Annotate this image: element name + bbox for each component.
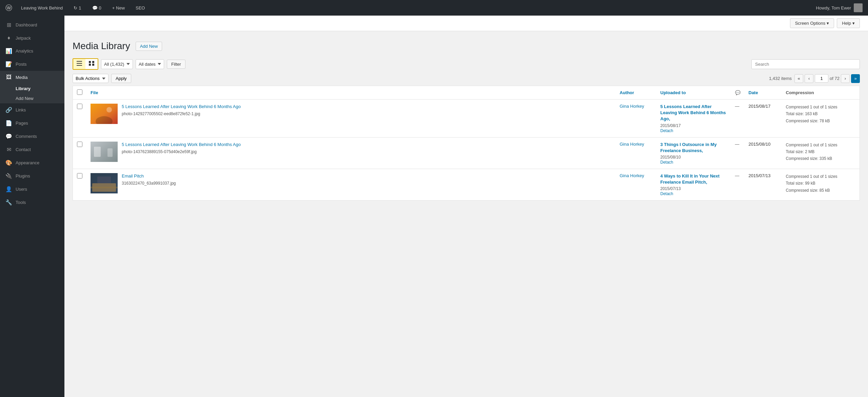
svg-point-8: [106, 107, 112, 112]
svg-rect-4: [92, 61, 94, 63]
row2-detach-link[interactable]: Detach: [660, 160, 673, 165]
row3-uploaded-to-link[interactable]: 4 Ways to Kill It in Your Next Freelance…: [660, 173, 727, 185]
sidebar-item-appearance[interactable]: 🎨 Appearance: [0, 156, 64, 169]
row2-checkbox[interactable]: [77, 142, 82, 147]
sidebar-item-pages[interactable]: 📄 Pages: [0, 117, 64, 130]
compression-column-header: Compression: [782, 86, 860, 100]
row2-comment-dash: —: [735, 142, 739, 147]
media-submenu: Library Add New: [0, 84, 64, 103]
svg-rect-5: [89, 64, 91, 66]
row1-file-title[interactable]: 5 Lessons Learned After Leaving Work Beh…: [122, 104, 241, 110]
row2-file-title[interactable]: 5 Lessons Learned After Leaving Work Beh…: [122, 142, 241, 148]
search-input[interactable]: [751, 59, 860, 69]
row1-thumbnail[interactable]: [91, 104, 118, 124]
table-row: 5 Lessons Learned After Leaving Work Beh…: [73, 100, 860, 138]
row3-author-link[interactable]: Gina Horkey: [620, 173, 644, 178]
bulk-left: Bulk Actions Apply: [73, 74, 131, 83]
uploaded-to-column-header[interactable]: Uploaded to: [656, 86, 731, 100]
media-table: File Author Uploaded to 💬 Date Compressi…: [73, 86, 860, 201]
row3-comment-dash: —: [735, 173, 739, 178]
row1-comp-line2: Total size: 163 kB: [786, 111, 818, 116]
last-page-button[interactable]: »: [851, 74, 860, 83]
list-view-button[interactable]: [73, 59, 85, 69]
row2-comp-line1: Compressed 1 out of 1 sizes: [786, 143, 837, 147]
row1-uploaded-to-link[interactable]: 5 Lessons Learned After Leaving Work Beh…: [660, 104, 727, 122]
row1-checkbox[interactable]: [77, 104, 82, 109]
chevron-down-icon: ▾: [827, 21, 829, 26]
row3-comp-line1: Compressed 1 out of 1 sizes: [786, 174, 837, 179]
help-button[interactable]: Help ▾: [837, 18, 860, 28]
apply-button[interactable]: Apply: [111, 74, 131, 83]
date-column-header[interactable]: Date: [745, 86, 782, 100]
row2-file-name: photo-1437623889155-075d40e2e59f.jpg: [122, 149, 197, 154]
grid-view-button[interactable]: [85, 59, 98, 69]
submenu-add-new[interactable]: Add New: [0, 93, 64, 103]
next-page-button[interactable]: ›: [841, 74, 850, 83]
author-column-header[interactable]: Author: [616, 86, 656, 100]
row2-author-link[interactable]: Gina Horkey: [620, 142, 644, 147]
row3-thumbnail[interactable]: [91, 173, 118, 193]
row1-compression-cell: Compressed 1 out of 1 sizes Total size: …: [782, 100, 860, 138]
sidebar-item-links[interactable]: 🔗 Links: [0, 103, 64, 117]
row1-file-name: photo-1429277005502-eed8e872fe52-1.jpg: [122, 111, 200, 116]
sidebar-item-jetpack[interactable]: ♦ Jetpack: [0, 32, 64, 44]
sidebar-item-dashboard[interactable]: ⊞ Dashboard: [0, 18, 64, 32]
comment-bubble-icon: 💬: [92, 5, 98, 11]
sidebar-item-contact[interactable]: ✉ Contact: [0, 143, 64, 156]
row1-comp-line3: Compressed size: 78 kB: [786, 119, 830, 123]
plugins-icon: 🔌: [5, 173, 12, 179]
wp-logo[interactable]: ⓦ: [5, 3, 12, 13]
add-new-button[interactable]: Add New: [136, 42, 162, 51]
sidebar-item-analytics[interactable]: 📊 Analytics: [0, 44, 64, 58]
row3-file-title[interactable]: Email Pitch: [122, 173, 176, 179]
row2-comment-cell: —: [731, 137, 745, 169]
first-page-button[interactable]: «: [794, 74, 803, 83]
all-items-filter[interactable]: All (1,432): [101, 59, 133, 69]
screen-options-button[interactable]: Screen Options ▾: [790, 18, 834, 28]
row1-detach-link[interactable]: Detach: [660, 128, 673, 133]
page-wrap: Media Library Add New: [64, 31, 868, 207]
row1-file-cell: 5 Lessons Learned After Leaving Work Beh…: [86, 100, 616, 138]
filter-button[interactable]: Filter: [167, 60, 185, 69]
sidebar-item-comments[interactable]: 💬 Comments: [0, 130, 64, 143]
all-dates-filter[interactable]: All dates: [136, 59, 164, 69]
adminbar-sync[interactable]: ↻ 1: [72, 0, 83, 16]
adminbar-seo[interactable]: SEO: [134, 0, 147, 16]
submenu-library[interactable]: Library: [0, 84, 64, 93]
row1-author-link[interactable]: Gina Horkey: [620, 104, 644, 109]
page-number-input[interactable]: [815, 74, 828, 83]
adminbar-new[interactable]: + New: [110, 0, 127, 16]
adminbar-comments[interactable]: 💬 0: [90, 0, 103, 16]
adminbar-site-name[interactable]: Leaving Work Behind: [19, 0, 65, 16]
sidebar-item-posts[interactable]: 📝 Posts: [0, 58, 64, 71]
items-count: 1,432 items: [769, 76, 792, 81]
main-content: Screen Options ▾ Help ▾ Media Library Ad…: [64, 16, 868, 397]
tools-icon: 🔧: [5, 199, 12, 206]
screen-options-bar: Screen Options ▾ Help ▾: [64, 16, 868, 31]
row3-checkbox[interactable]: [77, 173, 82, 179]
row2-thumbnail[interactable]: [91, 142, 118, 162]
page-title: Media Library: [73, 41, 130, 51]
row2-uploaded-to-link[interactable]: 3 Things I Outsource in My Freelance Bus…: [660, 142, 727, 154]
analytics-icon: 📊: [5, 48, 12, 54]
sidebar-item-tools[interactable]: 🔧 Tools: [0, 196, 64, 209]
row2-file-cell: 5 Lessons Learned After Leaving Work Beh…: [86, 137, 616, 169]
row1-uploaded-date: 2015/08/17: [660, 123, 681, 128]
row3-file-name: 3163022470_63a9991037.jpg: [122, 181, 176, 186]
bulk-actions-bar: Bulk Actions Apply 1,432 items « ‹ of 72…: [73, 74, 860, 83]
sidebar-item-plugins[interactable]: 🔌 Plugins: [0, 169, 64, 183]
prev-page-button[interactable]: ‹: [805, 74, 813, 83]
row3-uploaded-date: 2015/07/13: [660, 186, 681, 191]
avatar[interactable]: [854, 3, 863, 12]
chevron-down-icon-help: ▾: [852, 21, 855, 26]
select-all-checkbox[interactable]: [77, 89, 82, 95]
row3-detach-link[interactable]: Detach: [660, 191, 673, 196]
svg-rect-3: [89, 61, 91, 63]
sidebar-item-users[interactable]: 👤 Users: [0, 183, 64, 196]
row2-author-cell: Gina Horkey: [616, 137, 656, 169]
row2-checkbox-cell: [73, 137, 87, 169]
bulk-actions-select[interactable]: Bulk Actions: [73, 74, 108, 83]
sidebar-item-media[interactable]: 🖼 Media: [0, 71, 64, 84]
svg-rect-6: [92, 64, 94, 66]
file-column-header[interactable]: File: [86, 86, 616, 100]
